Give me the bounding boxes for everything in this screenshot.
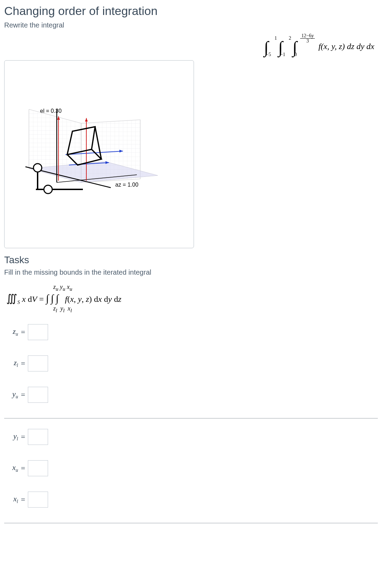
yu-label: yu — [6, 390, 18, 400]
page-title: Changing order of integration — [4, 4, 378, 18]
azimuth-label: az = 1.00 — [115, 182, 138, 188]
subtitle: Rewrite the integral — [4, 21, 378, 29]
xl-label: xl — [6, 494, 18, 504]
divider — [4, 418, 378, 418]
svg-point-18 — [44, 185, 52, 194]
svg-point-16 — [33, 164, 42, 172]
xu-input[interactable] — [28, 460, 48, 476]
svg-marker-14 — [85, 118, 88, 121]
divider-bottom — [4, 523, 378, 523]
integral-expression: ∫−51 ∫−12 ∫012−6y3 f(x, y, z) dz dy dx — [264, 36, 378, 57]
graph-3d-viewer[interactable]: el = 0.30 az = 1.00 — [4, 60, 194, 248]
xl-input[interactable] — [28, 492, 48, 508]
graph-svg — [5, 61, 194, 248]
xu-label: xu — [6, 463, 18, 473]
zu-input[interactable] — [28, 324, 48, 340]
yl-label: yl — [6, 432, 18, 442]
yu-input[interactable] — [28, 387, 48, 403]
iterated-integral: zu yu xu ∭S x dV = ∫ ∫ ∫ f(x, y, z) dx d… — [6, 283, 378, 314]
yl-input[interactable] — [28, 429, 48, 445]
zl-input[interactable] — [28, 355, 48, 371]
zl-label: zl — [6, 358, 18, 368]
tasks-instruction: Fill in the missing bounds in the iterat… — [4, 268, 378, 276]
tasks-heading: Tasks — [4, 254, 378, 266]
elevation-label: el = 0.30 — [40, 108, 62, 114]
zu-label: zu — [6, 327, 18, 337]
